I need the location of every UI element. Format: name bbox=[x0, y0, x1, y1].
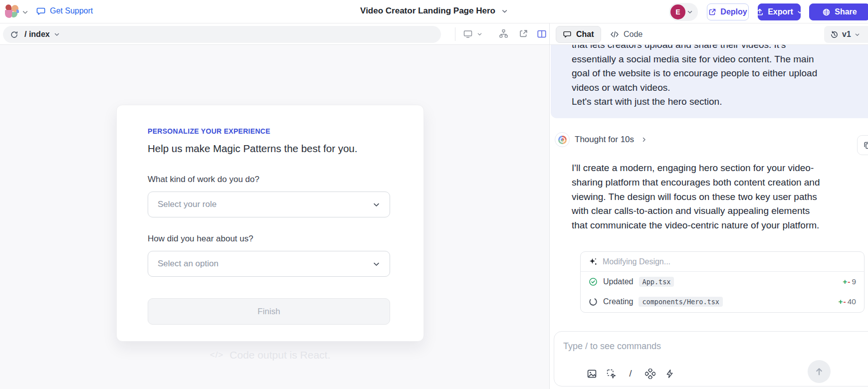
attach-image-button[interactable] bbox=[586, 368, 597, 379]
thought-toggle[interactable]: Thought for 10s bbox=[555, 131, 647, 149]
deploy-button[interactable]: Deploy bbox=[707, 3, 749, 20]
file-name-chip: components/Hero.tsx bbox=[639, 297, 722, 307]
preview-canvas: PERSONALIZE YOUR EXPERIENCE Help us make… bbox=[0, 45, 549, 389]
send-arrow-icon bbox=[814, 367, 824, 377]
url-bar: / index bbox=[3, 26, 441, 43]
assistant-message-line: with clear calls-to-action and visually … bbox=[572, 204, 868, 218]
diff-plus: + bbox=[843, 277, 847, 286]
role-select[interactable]: Select your role bbox=[148, 192, 390, 217]
question-role-label: What kind of work do you do? bbox=[148, 175, 390, 185]
assistant-message: I'll create a modern, engaging hero sect… bbox=[572, 161, 868, 233]
build-status-card: Modifying Design... Updated App.tsx + - … bbox=[580, 251, 865, 313]
open-in-new-window-icon[interactable] bbox=[519, 29, 528, 38]
thought-label: Thought for 10s bbox=[575, 135, 634, 145]
code-tab-label: Code bbox=[624, 30, 643, 39]
assistant-message-line: that communicate the video-centric natur… bbox=[572, 218, 868, 233]
user-message-line: that lets creators upload and share thei… bbox=[572, 45, 865, 52]
page-title: Video Creator Landing Page Hero bbox=[360, 6, 495, 16]
user-message-line: Let's start with just the hero section. bbox=[572, 95, 865, 109]
question-referral-label: How did you hear about us? bbox=[148, 234, 390, 244]
design-system-button[interactable] bbox=[645, 368, 655, 379]
diff-plus: + bbox=[839, 297, 843, 306]
route-selector[interactable]: / index bbox=[24, 30, 60, 39]
chevron-down-icon[interactable] bbox=[22, 9, 28, 15]
version-label: v1 bbox=[842, 30, 851, 39]
refresh-icon[interactable] bbox=[10, 30, 18, 39]
diff-stats: + - 40 bbox=[839, 297, 856, 306]
diff-stats: + - 9 bbox=[843, 277, 856, 286]
diff-minus: - bbox=[848, 277, 850, 286]
chevron-down-icon bbox=[373, 201, 380, 208]
version-history-button[interactable]: v1 bbox=[824, 26, 868, 43]
personalize-modal: PERSONALIZE YOUR EXPERIENCE Help us make… bbox=[116, 105, 424, 342]
component-tree-icon[interactable] bbox=[499, 29, 508, 38]
deploy-label: Deploy bbox=[720, 7, 747, 16]
finish-label: Finish bbox=[257, 307, 280, 317]
select-element-icon bbox=[606, 369, 617, 379]
file-row: Creating components/Hero.tsx + - 40 bbox=[581, 291, 864, 312]
quick-actions-button[interactable] bbox=[664, 368, 675, 379]
code-output-watermark: </> Code output is React. bbox=[116, 349, 424, 361]
finish-button[interactable]: Finish bbox=[148, 298, 390, 325]
preview-toolbar: / index Chat Code bbox=[0, 23, 868, 45]
history-icon bbox=[830, 30, 839, 39]
account-menu[interactable]: E bbox=[669, 3, 698, 21]
user-message: that lets creators upload and share thei… bbox=[551, 45, 868, 118]
device-preview-selector[interactable] bbox=[463, 29, 482, 39]
lightning-icon bbox=[665, 369, 674, 379]
spinner-icon bbox=[589, 297, 598, 306]
assistant-avatar bbox=[555, 132, 570, 147]
top-header: Get Support Video Creator Landing Page H… bbox=[0, 0, 868, 23]
chevron-down-icon bbox=[477, 31, 482, 37]
assistant-message-line: I'll create a modern, engaging hero sect… bbox=[572, 161, 868, 176]
file-action: Creating bbox=[603, 297, 633, 306]
get-support-link[interactable]: Get Support bbox=[36, 6, 93, 16]
send-button[interactable] bbox=[808, 360, 831, 383]
copy-icon bbox=[863, 141, 868, 150]
referral-select-placeholder: Select an option bbox=[158, 259, 218, 269]
share-button[interactable]: Share bbox=[809, 3, 868, 20]
chevron-down-icon bbox=[501, 8, 508, 14]
diff-minus: - bbox=[844, 297, 846, 306]
magic-patterns-logo[interactable] bbox=[5, 4, 19, 18]
chat-composer: / bbox=[554, 331, 868, 387]
tab-chat[interactable]: Chat bbox=[556, 26, 601, 43]
export-button[interactable]: Export bbox=[758, 3, 801, 20]
select-element-button[interactable] bbox=[606, 368, 617, 379]
diamonds-icon bbox=[645, 369, 655, 379]
check-circle-icon bbox=[589, 277, 598, 286]
user-message-line: essentially a social media site for vide… bbox=[572, 52, 865, 67]
panel-divider bbox=[549, 23, 550, 389]
diff-count: 40 bbox=[848, 297, 856, 306]
chevron-down-icon bbox=[54, 31, 60, 37]
chevron-down-icon bbox=[373, 260, 380, 268]
composer-toolbar: / bbox=[586, 368, 675, 379]
split-view-icon[interactable] bbox=[537, 29, 547, 39]
image-icon bbox=[587, 369, 597, 379]
modal-headline: Help us make Magic Patterns the best for… bbox=[148, 143, 390, 155]
status-title: Modifying Design... bbox=[603, 257, 670, 266]
monitor-icon bbox=[463, 29, 473, 39]
referral-select[interactable]: Select an option bbox=[148, 251, 390, 277]
chat-tab-label: Chat bbox=[576, 30, 594, 39]
share-label: Share bbox=[835, 7, 857, 16]
assistant-message-line: viewing. The design will focus on these … bbox=[572, 190, 868, 204]
upload-icon bbox=[756, 8, 764, 16]
get-support-label: Get Support bbox=[50, 6, 93, 15]
slash-command-button[interactable]: / bbox=[625, 368, 636, 379]
external-link-icon bbox=[708, 8, 716, 16]
sparkle-icon bbox=[589, 257, 597, 266]
project-title-menu[interactable]: Video Creator Landing Page Hero bbox=[360, 6, 508, 16]
code-icon bbox=[610, 30, 619, 39]
copy-message-button[interactable] bbox=[857, 135, 868, 155]
chevron-down-icon bbox=[855, 32, 860, 37]
chevron-right-icon bbox=[641, 137, 647, 143]
route-path: / index bbox=[24, 30, 50, 39]
code-icon: </> bbox=[210, 350, 224, 360]
file-name-chip: App.tsx bbox=[639, 277, 674, 287]
chat-input[interactable] bbox=[563, 339, 803, 354]
tab-code[interactable]: Code bbox=[604, 26, 649, 43]
export-label: Export bbox=[768, 7, 793, 16]
diff-count: 9 bbox=[852, 277, 856, 286]
file-action: Updated bbox=[603, 277, 634, 286]
